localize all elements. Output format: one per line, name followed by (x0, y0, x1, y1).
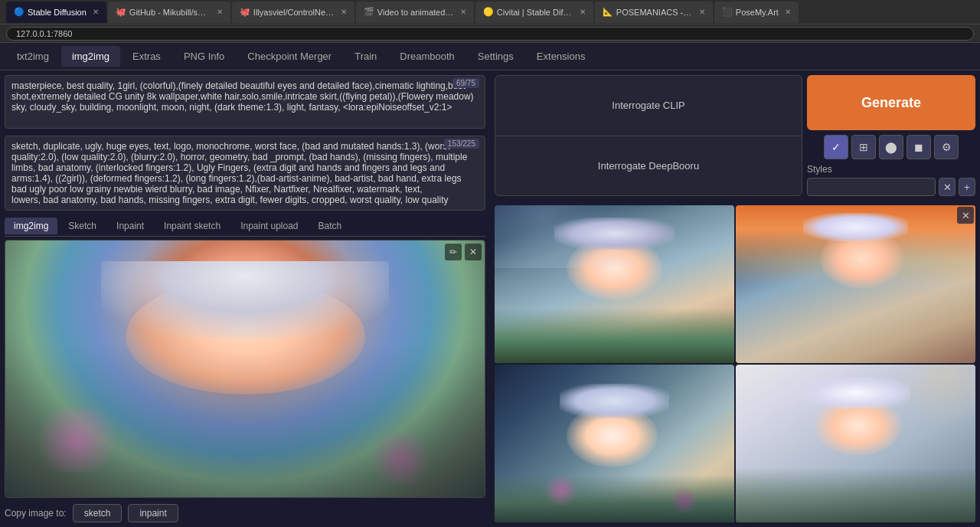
styles-label: Styles (807, 164, 975, 175)
grid-image-2[interactable] (736, 205, 975, 363)
nav-tab-extensions[interactable]: Extensions (526, 46, 596, 67)
positive-prompt-container: masterpiece, best quality, 1girl, (color… (5, 75, 485, 131)
url-input[interactable]: 127.0.0.1:7860 (6, 27, 974, 41)
browser-tabs: 🔵 Stable Diffusion ✕ 🐙 GitHub - Mikubill… (6, 2, 974, 23)
browser-tab-gif[interactable]: 🎬 Video to animated GIF converter ✕ (356, 2, 474, 23)
interrogate-panel: Interrogate CLIP Interrogate DeepBooru (495, 75, 802, 196)
nav-tab-settings[interactable]: Settings (467, 46, 524, 67)
tab-favicon: 📐 (603, 7, 613, 17)
sub-tab-inpaint-upload[interactable]: Inpaint upload (231, 218, 307, 234)
copy-image-bar: Copy image to: sketch inpaint (5, 504, 485, 522)
tab-close-icon[interactable]: ✕ (217, 8, 223, 16)
grid-image-3[interactable] (495, 365, 734, 522)
positive-prompt-input[interactable]: masterpiece, best quality, 1girl, (color… (5, 75, 485, 129)
right-panels: Interrogate CLIP Interrogate DeepBooru G… (490, 70, 980, 527)
styles-input-row: ✕ + (807, 178, 975, 196)
image-controls: ✏ ✕ (445, 244, 482, 260)
gen-icon-square-button[interactable]: ◼ (906, 135, 931, 159)
gen-icon-circle-button[interactable]: ⬤ (879, 135, 903, 159)
gen-icon-grid-button[interactable]: ⊞ (851, 135, 876, 159)
address-bar: 127.0.0.1:7860 (0, 25, 980, 43)
sub-tab-batch[interactable]: Batch (309, 218, 351, 234)
grid-image-1[interactable] (495, 205, 734, 363)
nav-tab-checkpoint[interactable]: Checkpoint Merger (237, 46, 342, 67)
copy-to-inpaint-button[interactable]: inpaint (128, 504, 178, 522)
tab-favicon: 🟡 (483, 7, 494, 17)
browser-tab-stable-diffusion[interactable]: 🔵 Stable Diffusion ✕ (6, 2, 106, 23)
generate-panel: Generate ✓ ⊞ ⬤ ◼ ⚙ Styles ✕ + (807, 75, 975, 196)
left-panel: masterpiece, best quality, 1girl, (color… (0, 70, 490, 527)
negative-prompt-container: sketch, duplicate, ugly, huge eyes, text… (5, 136, 485, 213)
nav-tab-extras[interactable]: Extras (122, 46, 172, 67)
tab-close-icon[interactable]: ✕ (580, 8, 586, 16)
browser-chrome: 🔵 Stable Diffusion ✕ 🐙 GitHub - Mikubill… (0, 0, 980, 25)
tab-close-icon[interactable]: ✕ (460, 8, 466, 16)
tab-favicon: 🎬 (364, 7, 374, 17)
clear-image-button[interactable]: ✕ (465, 244, 482, 260)
browser-tab-posemaniacs[interactable]: 📐 POSEMANIACS - Royalty free 3... ✕ (595, 2, 713, 23)
copy-to-sketch-button[interactable]: sketch (73, 504, 122, 522)
tab-favicon: 🔵 (14, 7, 24, 17)
nav-tabs: txt2img img2img Extras PNG Info Checkpoi… (0, 43, 980, 70)
negative-prompt-counter: 153/225 (444, 139, 479, 149)
tab-label: Video to animated GIF converter (377, 8, 454, 17)
left-tabs-area: img2img Sketch Inpaint Inpaint sketch In… (5, 218, 485, 522)
negative-prompt-input[interactable]: sketch, duplicate, ugly, huge eyes, text… (5, 136, 485, 211)
main-content: masterpiece, best quality, 1girl, (color… (0, 70, 980, 527)
styles-apply-button[interactable]: ✕ (939, 178, 956, 196)
tab-label: GitHub - Mikubill/sd-webui-con... (129, 8, 211, 17)
sub-tab-img2img[interactable]: img2img (5, 218, 57, 234)
nav-tab-dreambooth[interactable]: Dreambooth (389, 46, 466, 67)
images-grid-area: ✕ (490, 201, 980, 527)
styles-input-field[interactable] (807, 178, 936, 196)
gen-icon-check-button[interactable]: ✓ (824, 135, 848, 159)
nav-tab-train[interactable]: Train (344, 46, 387, 67)
browser-tab-github[interactable]: 🐙 GitHub - Mikubill/sd-webui-con... ✕ (108, 2, 230, 23)
nav-tab-txt2img[interactable]: txt2img (6, 46, 60, 67)
generate-icons-row: ✓ ⊞ ⬤ ◼ ⚙ (807, 135, 975, 159)
uploaded-image (5, 241, 485, 497)
browser-tab-posemy[interactable]: ⬛ PoseMy.Art ✕ (714, 2, 799, 23)
sub-tabs: img2img Sketch Inpaint Inpaint sketch In… (5, 218, 485, 237)
sub-tab-inpaint[interactable]: Inpaint (107, 218, 153, 234)
generate-button[interactable]: Generate (807, 75, 975, 130)
close-grid-button[interactable]: ✕ (957, 207, 974, 224)
tab-favicon: ⬛ (722, 7, 733, 17)
styles-add-button[interactable]: + (959, 178, 975, 196)
sub-tab-sketch[interactable]: Sketch (59, 218, 106, 234)
tab-close-icon[interactable]: ✕ (93, 8, 99, 16)
images-grid (490, 201, 980, 527)
edit-image-button[interactable]: ✏ (445, 244, 462, 260)
tab-close-icon[interactable]: ✕ (341, 8, 347, 16)
sub-tab-inpaint-sketch[interactable]: Inpaint sketch (155, 218, 230, 234)
copy-image-label: Copy image to: (5, 508, 67, 519)
interrogate-deepbooru-button[interactable]: Interrogate DeepBooru (495, 136, 802, 196)
browser-tab-controlnet[interactable]: 🐙 Illyasviel/ControlNet at main ✕ (232, 2, 354, 23)
top-right-area: Interrogate CLIP Interrogate DeepBooru G… (490, 70, 980, 201)
tab-close-icon[interactable]: ✕ (785, 8, 791, 16)
interrogate-clip-button[interactable]: Interrogate CLIP (495, 76, 802, 136)
tab-label: POSEMANIACS - Royalty free 3... (616, 8, 693, 17)
tab-label: PoseMy.Art (736, 8, 779, 17)
nav-tab-pnginfo[interactable]: PNG Info (173, 46, 235, 67)
styles-section: Styles ✕ + (807, 164, 975, 196)
gen-icon-gear-button[interactable]: ⚙ (934, 135, 959, 159)
tab-label: Illyasviel/ControlNet at main (253, 8, 335, 17)
tab-label: Stable Diffusion (28, 8, 87, 17)
browser-tab-civitai[interactable]: 🟡 Civitai | Stable Diffusion model... ✕ (475, 2, 593, 23)
tab-favicon: 🐙 (240, 7, 250, 17)
image-upload-area[interactable]: ✏ ✕ (5, 240, 485, 498)
tab-close-icon[interactable]: ✕ (699, 8, 705, 16)
nav-tab-img2img[interactable]: img2img (61, 46, 120, 67)
tab-label: Civitai | Stable Diffusion model... (497, 8, 573, 17)
tab-favicon: 🐙 (116, 7, 126, 17)
positive-prompt-counter: 69/75 (452, 78, 479, 88)
grid-image-4[interactable] (736, 365, 975, 522)
